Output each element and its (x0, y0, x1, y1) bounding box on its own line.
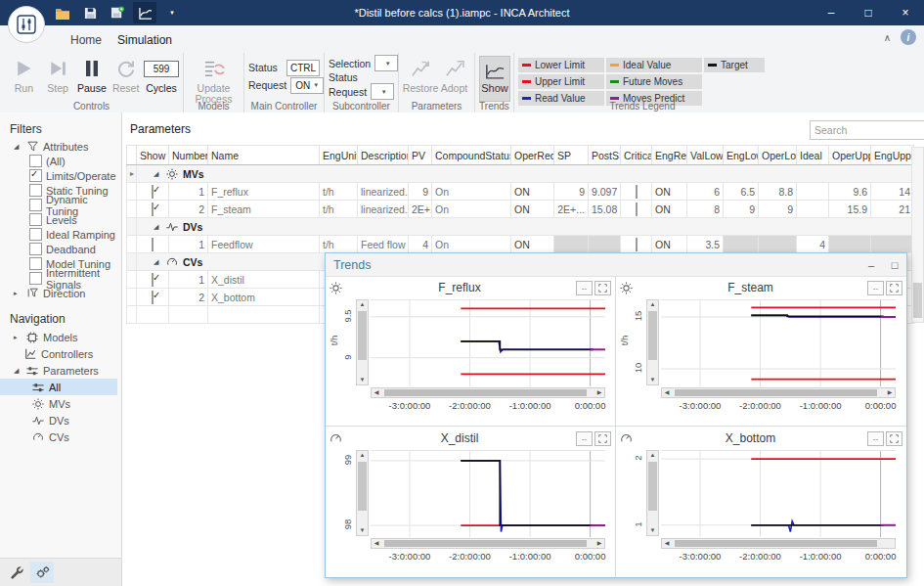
horizontal-scrollbar[interactable]: ◀▶ (371, 538, 605, 549)
nav-parameters-cvs[interactable]: CVs (0, 428, 121, 445)
chart-properties-button[interactable]: -- (576, 281, 593, 295)
nav-parameters-all[interactable]: All (0, 379, 117, 395)
expander-icon[interactable]: ◢ (14, 367, 22, 375)
filter-attribute-deadband[interactable]: Deadband (0, 242, 121, 256)
checkbox[interactable] (29, 272, 42, 285)
col-postss[interactable]: PostSS (589, 146, 621, 165)
trends-titlebar[interactable]: Trends – □ (326, 253, 906, 277)
tab-home[interactable]: Home (61, 29, 111, 53)
filter-attribute-intermittent-signals[interactable]: Intermittent Signals (0, 271, 121, 286)
tools-wrench-icon[interactable] (10, 565, 24, 580)
table-row-feedflow[interactable]: 1 Feedflow t/h Feed flow 4 On ON ON 3.5 … (127, 236, 914, 253)
col-critical[interactable]: Critical (621, 146, 652, 165)
chart-expand-icon[interactable] (886, 281, 902, 295)
horizontal-scrollbar[interactable]: ◀ (661, 538, 896, 549)
chart-expand-icon[interactable] (886, 431, 902, 446)
trends-window[interactable]: Trends – □ F_reflux -- t/h ▲▼ ◀▶ 9.59-3:… (325, 252, 907, 578)
legend-future-moves[interactable]: Future Moves (606, 74, 702, 89)
legend-ideal-value[interactable]: Ideal Value (606, 58, 702, 72)
critical-checkbox[interactable] (636, 203, 638, 216)
vertical-scrollbar[interactable]: ▲▼ (646, 450, 659, 536)
plot-area[interactable] (371, 299, 605, 386)
expander-icon[interactable]: ◢ (14, 143, 22, 151)
adopt-button[interactable]: Adopt (438, 56, 470, 94)
horizontal-scrollbar[interactable]: ◀▶ (661, 387, 896, 398)
plot-area[interactable] (661, 450, 896, 537)
run-button[interactable]: Run (8, 56, 40, 94)
legend-target[interactable]: Target (704, 58, 765, 72)
checkbox[interactable] (29, 257, 42, 270)
chart-properties-button[interactable]: -- (576, 431, 593, 446)
col-operreq[interactable]: OperReq (511, 146, 554, 165)
table-row-f-reflux[interactable]: 1 F_reflux t/h linearized... 9 On ON 9 9… (127, 183, 914, 201)
plot-area[interactable] (661, 299, 896, 386)
expander-icon[interactable]: ◢ (154, 258, 161, 266)
vertical-scrollbar[interactable]: ▲▼ (356, 450, 369, 536)
nav-parameters[interactable]: ◢ Parameters (0, 362, 121, 379)
checkbox[interactable] (29, 228, 42, 241)
expander-icon[interactable]: ◢ (154, 170, 161, 178)
nav-models[interactable]: ▸ Models (0, 329, 121, 345)
filter-attribute-all[interactable]: (All) (0, 154, 121, 168)
group-row-mvs[interactable]: ▸ ◢ MVs (127, 165, 914, 183)
col-operlow[interactable]: OperLow (759, 146, 797, 165)
col-description[interactable]: Description (358, 146, 409, 165)
chart-expand-icon[interactable] (594, 431, 611, 446)
col-englow[interactable]: EngLow (724, 146, 759, 165)
group-row-dvs[interactable]: ◢ DVs (127, 218, 914, 236)
scrollbar-thumb[interactable] (913, 283, 922, 318)
col-name[interactable]: Name (208, 146, 320, 165)
col-operupp[interactable]: OperUpp (829, 146, 871, 165)
critical-checkbox[interactable] (636, 185, 638, 199)
col-engunit[interactable]: EngUnit (320, 146, 358, 165)
filter-attribute-dynamic-tuning[interactable]: Dynamic Tuning (0, 198, 121, 212)
filter-attribute-limits-operate[interactable]: Limits/Operate (0, 168, 121, 183)
trends-maximize-button[interactable]: □ (883, 259, 906, 271)
legend-upper-limit[interactable]: Upper Limit (518, 74, 604, 89)
col-number[interactable]: Number (169, 146, 208, 165)
checkbox[interactable] (29, 199, 42, 211)
col-show[interactable]: Show (137, 146, 169, 165)
chart-properties-button[interactable]: -- (867, 431, 884, 446)
step-button[interactable]: Step (42, 56, 74, 94)
show-checkbox[interactable] (152, 238, 154, 251)
sc-request-dropdown[interactable]: ▼ (371, 83, 394, 100)
reset-button[interactable]: Reset (110, 56, 142, 94)
col-sp[interactable]: SP (554, 146, 589, 165)
vertical-scrollbar[interactable]: ▲▼ (646, 299, 659, 385)
checkbox[interactable] (29, 155, 42, 167)
table-vertical-scrollbar[interactable] (911, 147, 924, 323)
close-button[interactable]: × (887, 0, 924, 25)
col-vallow[interactable]: ValLow (687, 146, 724, 165)
nav-parameters-mvs[interactable]: MVs (0, 395, 121, 412)
expander-icon[interactable]: ▸ (14, 334, 22, 341)
show-checkbox[interactable] (152, 291, 154, 304)
collapse-ribbon-icon[interactable]: ∧ (884, 32, 891, 43)
horizontal-scrollbar[interactable]: ◀▶ (371, 387, 605, 398)
show-checkbox[interactable] (152, 185, 154, 199)
checkbox[interactable] (29, 184, 42, 197)
update-process-button[interactable]: Update Process (189, 56, 240, 105)
expander-icon[interactable]: ◢ (154, 223, 161, 231)
col-engupp[interactable]: EngUpp (871, 146, 914, 165)
checkbox[interactable] (29, 169, 42, 182)
app-menu-button[interactable] (8, 6, 45, 43)
maximize-button[interactable]: □ (850, 0, 887, 25)
filter-attribute-ideal-ramping[interactable]: Ideal Ramping (0, 227, 121, 242)
checkbox[interactable] (29, 243, 42, 255)
minimize-button[interactable]: – (813, 0, 850, 25)
search-input[interactable] (810, 120, 924, 140)
sc-selection-dropdown[interactable]: ▼ (374, 55, 398, 71)
vertical-scrollbar[interactable]: ▲▼ (356, 299, 369, 385)
pause-button[interactable]: Pause (76, 56, 109, 94)
nav-parameters-dvs[interactable]: DVs (0, 412, 121, 428)
help-icon[interactable]: i (901, 29, 916, 45)
nav-controllers[interactable]: Controllers (0, 345, 121, 362)
critical-checkbox[interactable] (636, 238, 638, 251)
chart-properties-button[interactable]: -- (867, 281, 884, 295)
restore-button[interactable]: Restore (403, 56, 438, 94)
tab-simulation[interactable]: Simulation (108, 29, 182, 55)
checkbox[interactable] (29, 213, 42, 226)
plot-area[interactable] (371, 450, 605, 537)
table-row-f-steam[interactable]: 2 F_steam t/h linearized... 2E+... On ON… (127, 201, 914, 218)
